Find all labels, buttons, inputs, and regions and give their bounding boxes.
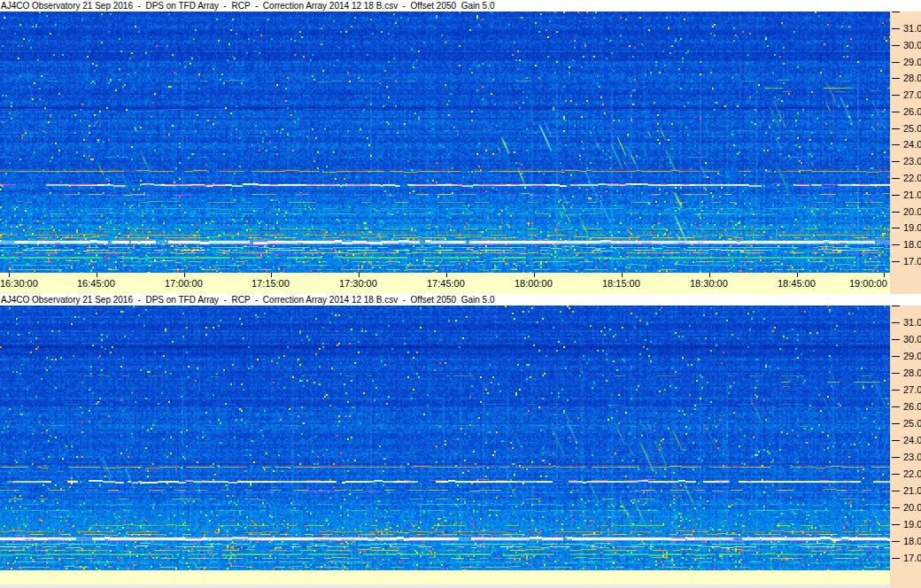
time-tick-label: 16:45:00 bbox=[77, 278, 115, 289]
freq-tick bbox=[892, 507, 900, 508]
freq-tick bbox=[892, 228, 900, 228]
freq-tick-label: 23.0 bbox=[903, 156, 921, 166]
freq-tick-label: 20.0 bbox=[903, 502, 921, 513]
freq-tick bbox=[892, 474, 900, 475]
time-tick bbox=[446, 273, 447, 277]
freq-tick bbox=[892, 161, 900, 162]
panel-title: AJ4CO Observatory 21 Sep 2016 - DPS on T… bbox=[0, 0, 921, 12]
plot-row: 31.030.029.028.027.026.025.024.023.022.0… bbox=[0, 12, 921, 273]
freq-tick-label: 27.0 bbox=[903, 384, 921, 395]
freq-tick bbox=[892, 12, 900, 12]
freq-tick bbox=[892, 128, 900, 129]
freq-tick-label: 30.0 bbox=[903, 40, 921, 50]
spectrograph-window: AJ4CO Observatory 21 Sep 2016 - DPS on T… bbox=[0, 0, 921, 588]
freq-tick-label: 29.0 bbox=[903, 57, 921, 67]
time-axis bbox=[0, 570, 921, 588]
freq-tick-label: 24.0 bbox=[903, 139, 921, 150]
freq-tick-label: 26.0 bbox=[903, 106, 921, 117]
time-tick bbox=[9, 273, 10, 277]
freq-tick-label: 25.0 bbox=[903, 123, 921, 134]
time-tick-label: 18:45:00 bbox=[778, 278, 816, 289]
freq-tick bbox=[892, 390, 900, 391]
time-tick-label: 16:30:00 bbox=[0, 278, 38, 289]
freq-tick-label: 19.0 bbox=[903, 519, 921, 530]
freq-tick-label: 31.0 bbox=[903, 23, 921, 34]
time-tick bbox=[709, 273, 710, 277]
freq-tick-label: 21.0 bbox=[903, 485, 921, 496]
time-axis-strip bbox=[0, 570, 890, 588]
freq-tick bbox=[892, 524, 900, 525]
spectrogram-plot bbox=[0, 306, 890, 570]
freq-tick bbox=[892, 261, 900, 262]
freq-tick-label: 18.0 bbox=[903, 536, 921, 546]
freq-tick-label: 28.0 bbox=[903, 368, 921, 378]
freq-tick bbox=[892, 558, 900, 559]
spectrogram-canvas bbox=[0, 306, 890, 570]
time-tick bbox=[184, 273, 185, 277]
freq-tick-label: 21.0 bbox=[903, 190, 921, 200]
freq-tick-label: 24.0 bbox=[903, 435, 921, 445]
freq-tick-label: 28.0 bbox=[903, 73, 921, 83]
freq-tick bbox=[892, 95, 900, 96]
spectrogram-plot bbox=[0, 12, 890, 273]
freq-tick-label: 31.0 bbox=[903, 317, 921, 328]
freq-tick bbox=[892, 144, 900, 145]
freq-tick-label: 17.0 bbox=[903, 256, 921, 267]
freq-tick bbox=[892, 112, 900, 112]
spectrogram-canvas bbox=[0, 12, 890, 273]
freq-tick-label: 22.0 bbox=[903, 468, 921, 479]
time-tick bbox=[797, 273, 798, 277]
time-tick bbox=[97, 273, 97, 277]
axis-corner bbox=[890, 570, 921, 588]
freq-tick-label: 18.0 bbox=[903, 239, 921, 250]
axis-corner bbox=[890, 273, 921, 294]
time-tick bbox=[534, 273, 535, 277]
freq-tick bbox=[892, 212, 900, 213]
frequency-axis: 31.030.029.028.027.026.025.024.023.022.0… bbox=[890, 12, 921, 273]
freq-tick bbox=[892, 62, 900, 63]
freq-tick bbox=[892, 306, 900, 306]
time-tick-label: 17:15:00 bbox=[252, 278, 290, 289]
freq-tick-label: 19.0 bbox=[903, 222, 921, 233]
time-tick bbox=[884, 273, 885, 277]
freq-tick bbox=[892, 178, 900, 179]
time-axis-strip: 16:30:0016:45:0017:00:0017:15:0017:30:00… bbox=[0, 273, 890, 294]
freq-tick bbox=[892, 423, 900, 424]
freq-tick bbox=[892, 440, 900, 441]
time-tick-label: 19:00:00 bbox=[849, 278, 887, 289]
plot-row: 31.030.029.028.027.026.025.024.023.022.0… bbox=[0, 306, 921, 570]
time-tick bbox=[622, 273, 623, 277]
freq-tick-label: 30.0 bbox=[903, 334, 921, 344]
time-tick-label: 17:30:00 bbox=[339, 278, 377, 289]
freq-tick bbox=[892, 28, 900, 29]
freq-tick-label: 22.0 bbox=[903, 173, 921, 183]
time-tick bbox=[359, 273, 360, 277]
freq-tick-label: 17.0 bbox=[903, 553, 921, 563]
freq-tick bbox=[892, 541, 900, 542]
time-tick-label: 18:00:00 bbox=[515, 278, 553, 289]
bottom-gray-strip bbox=[0, 584, 890, 588]
freq-tick bbox=[892, 406, 900, 407]
freq-tick bbox=[892, 322, 900, 323]
freq-tick bbox=[892, 195, 900, 196]
freq-tick bbox=[892, 244, 900, 245]
freq-tick-label: 29.0 bbox=[903, 351, 921, 361]
time-tick-label: 17:45:00 bbox=[427, 278, 465, 289]
time-axis: 16:30:0016:45:0017:00:0017:15:0017:30:00… bbox=[0, 273, 921, 294]
freq-tick-label: 26.0 bbox=[903, 401, 921, 412]
frequency-axis: 31.030.029.028.027.026.025.024.023.022.0… bbox=[890, 306, 921, 570]
freq-tick bbox=[892, 78, 900, 79]
spectrogram-panel-top: AJ4CO Observatory 21 Sep 2016 - DPS on T… bbox=[0, 0, 921, 294]
spectrogram-panel-bottom: AJ4CO Observatory 21 Sep 2016 - DPS on T… bbox=[0, 294, 921, 588]
panel-title: AJ4CO Observatory 21 Sep 2016 - DPS on T… bbox=[0, 294, 921, 306]
time-tick bbox=[271, 273, 272, 277]
freq-tick bbox=[892, 491, 900, 491]
time-tick-label: 18:15:00 bbox=[602, 278, 640, 289]
freq-tick-label: 27.0 bbox=[903, 89, 921, 100]
freq-tick bbox=[892, 373, 900, 374]
time-tick-label: 18:30:00 bbox=[690, 278, 728, 289]
freq-tick bbox=[892, 356, 900, 357]
freq-tick-label: 20.0 bbox=[903, 206, 921, 217]
freq-tick bbox=[892, 45, 900, 46]
freq-tick bbox=[892, 457, 900, 458]
